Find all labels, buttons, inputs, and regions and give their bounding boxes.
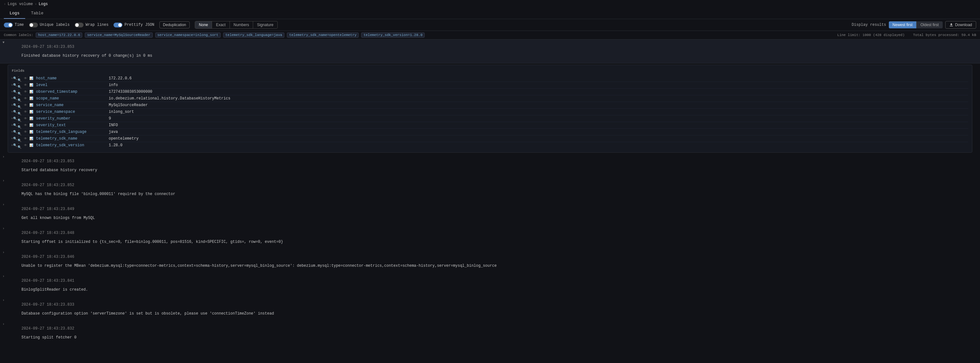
breadcrumb-chevron: ›	[4, 3, 6, 6]
field-eye-icon-1[interactable]: 👁	[23, 83, 28, 87]
field-icons-severity_text: +🔍 -🔍 👁 📊	[12, 123, 33, 127]
field-zoom-minus-icon-0[interactable]: -🔍	[18, 76, 22, 81]
field-eye-icon-5[interactable]: 👁	[23, 110, 28, 114]
field-zoom-plus-icon-2[interactable]: +🔍	[12, 89, 16, 94]
log-ts-7: 2024-09-27 18:43:23.832	[21, 326, 74, 331]
log-ts-5: 2024-09-27 18:43:23.841	[21, 279, 74, 283]
field-chart-icon-3[interactable]: 📊	[29, 96, 33, 101]
label-sdk-name[interactable]: telemetry_sdk_name=opentelemetry	[287, 32, 359, 38]
field-zoom-minus-icon-3[interactable]: -🔍	[18, 96, 22, 101]
expand-chevron-5[interactable]: ›	[3, 274, 8, 278]
field-eye-icon-8[interactable]: 👁	[23, 130, 28, 134]
field-zoom-plus-icon-1[interactable]: +🔍	[12, 83, 16, 87]
field-chart-icon-1[interactable]: 📊	[29, 83, 33, 87]
filter-exact-button[interactable]: Exact	[212, 21, 229, 29]
field-value-10: 1.28.0	[109, 143, 123, 148]
filter-signature-button[interactable]: Signature	[253, 21, 277, 29]
time-toggle[interactable]	[4, 22, 13, 27]
field-eye-icon-6[interactable]: 👁	[23, 116, 28, 121]
expand-chevron-3[interactable]: ›	[3, 226, 8, 231]
tab-table[interactable]: Table	[25, 8, 49, 19]
breadcrumb-parent[interactable]: Logs volume	[8, 2, 33, 6]
sort-newest-button[interactable]: Newest first	[889, 21, 916, 29]
log-content-area[interactable]: ▼ 2024-09-27 18:43:23.853 Finished datab…	[0, 40, 980, 347]
log-row-6[interactable]: › 2024-09-27 18:43:23.833 Database confi…	[0, 297, 980, 321]
expand-chevron-0[interactable]: ›	[3, 154, 8, 159]
field-chart-icon-6[interactable]: 📊	[29, 116, 33, 121]
field-chart-icon-2[interactable]: 📊	[29, 89, 33, 94]
field-zoom-minus-icon-7[interactable]: -🔍	[18, 123, 22, 127]
field-zoom-plus-icon-6[interactable]: +🔍	[12, 116, 16, 121]
field-zoom-minus-icon-8[interactable]: -🔍	[18, 130, 22, 134]
field-chart-icon-10[interactable]: 📊	[29, 143, 33, 148]
field-zoom-plus-icon-4[interactable]: +🔍	[12, 103, 16, 107]
expand-chevron-7[interactable]: ›	[3, 322, 8, 326]
field-zoom-plus-icon-5[interactable]: +🔍	[12, 110, 16, 114]
field-eye-icon-4[interactable]: 👁	[23, 103, 28, 107]
field-zoom-minus-icon-1[interactable]: -🔍	[18, 83, 22, 87]
filter-none-button[interactable]: None	[195, 21, 212, 29]
deduplication-button[interactable]: Deduplication	[159, 21, 190, 29]
field-zoom-minus-icon-9[interactable]: -🔍	[18, 136, 22, 141]
wrap-lines-toggle[interactable]	[75, 22, 84, 27]
field-chart-icon-8[interactable]: 📊	[29, 130, 33, 134]
label-sdk-version[interactable]: telemetry_sdk_version=1.28.0	[361, 32, 425, 38]
log-row-7[interactable]: › 2024-09-27 18:43:23.832 Starting split…	[0, 321, 980, 345]
field-zoom-plus-icon-9[interactable]: +🔍	[12, 136, 16, 141]
field-zoom-plus-icon-8[interactable]: +🔍	[12, 130, 16, 134]
log-msg-5: BinlogSplitReader is created.	[21, 287, 88, 292]
field-zoom-minus-icon-10[interactable]: -🔍	[18, 143, 22, 148]
field-zoom-minus-icon-5[interactable]: -🔍	[18, 110, 22, 114]
filter-numbers-button[interactable]: Numbers	[230, 21, 253, 29]
field-chart-icon-9[interactable]: 📊	[29, 136, 33, 141]
expand-chevron-4[interactable]: ›	[3, 250, 8, 254]
label-host-name[interactable]: host_name=172.22.0.6	[36, 32, 82, 38]
log-text-0: 2024-09-27 18:43:23.853 Started database…	[8, 154, 977, 177]
field-chart-icon-4[interactable]: 📊	[29, 103, 33, 107]
field-chart-icon-0[interactable]: 📊	[29, 76, 33, 81]
label-service-namespace[interactable]: service_namespace=inlong_sort	[155, 32, 221, 38]
field-chart-icon-7[interactable]: 📊	[29, 123, 33, 127]
field-value-7: INFO	[109, 123, 118, 127]
tab-logs[interactable]: Logs	[4, 8, 25, 19]
field-zoom-minus-icon-2[interactable]: -🔍	[18, 89, 22, 94]
field-zoom-plus-icon-0[interactable]: +🔍	[12, 76, 16, 81]
download-icon	[950, 23, 953, 27]
log-msg-6: Database configuration option 'serverTim…	[21, 311, 274, 316]
field-eye-icon-0[interactable]: 👁	[23, 76, 28, 81]
field-zoom-plus-icon-3[interactable]: +🔍	[12, 96, 16, 101]
log-row-0[interactable]: › 2024-09-27 18:43:23.853 Started databa…	[0, 154, 980, 178]
label-sdk-language[interactable]: telemetry_sdk_language=java	[223, 32, 284, 38]
log-row-1[interactable]: › 2024-09-27 18:43:23.852 MySQL has the …	[0, 178, 980, 202]
field-eye-icon-3[interactable]: 👁	[23, 96, 28, 101]
field-eye-icon-7[interactable]: 👁	[23, 123, 28, 127]
expand-chevron-2[interactable]: ›	[3, 202, 8, 207]
log-row-5[interactable]: › 2024-09-27 18:43:23.841 BinlogSplitRea…	[0, 274, 980, 297]
log-row-2[interactable]: › 2024-09-27 18:43:23.849 Get all known …	[0, 202, 980, 226]
expand-chevron-8[interactable]: ›	[3, 346, 8, 347]
unique-labels-toggle[interactable]	[29, 22, 38, 27]
field-value-9: opentelemetry	[109, 136, 139, 141]
field-zoom-minus-icon-6[interactable]: -🔍	[18, 116, 22, 121]
field-eye-icon-2[interactable]: 👁	[23, 89, 28, 94]
field-name-0: host_name	[36, 76, 106, 81]
field-zoom-plus-icon-10[interactable]: +🔍	[12, 143, 16, 148]
prettify-json-toggle[interactable]	[113, 22, 123, 27]
field-zoom-minus-icon-4[interactable]: -🔍	[18, 103, 22, 107]
log-row-expanded[interactable]: ▼ 2024-09-27 18:43:23.853 Finished datab…	[0, 40, 980, 64]
field-chart-icon-5[interactable]: 📊	[29, 110, 33, 114]
field-eye-icon-9[interactable]: 👁	[23, 136, 28, 141]
log-row-4[interactable]: › 2024-09-27 18:43:23.846 Unable to regi…	[0, 250, 980, 274]
field-row-scope_name: +🔍 -🔍 👁 📊 scope_name io.debezium.relatio…	[12, 95, 968, 102]
field-eye-icon-10[interactable]: 👁	[23, 143, 28, 148]
log-row-8[interactable]: › 2024-09-27 18:43:23.829 Adding split(s…	[0, 345, 980, 347]
label-service-name[interactable]: service_name=MySqlSourceReader	[85, 32, 153, 38]
toolbar-right: Display results Newest first Oldest firs…	[852, 21, 976, 29]
log-row-3[interactable]: › 2024-09-27 18:43:23.848 Starting offse…	[0, 226, 980, 250]
field-zoom-plus-icon-7[interactable]: +🔍	[12, 123, 16, 127]
expand-chevron-6[interactable]: ›	[3, 298, 8, 302]
download-button[interactable]: Download	[945, 21, 976, 29]
expand-chevron-1[interactable]: ›	[3, 178, 8, 183]
expand-chevron-expanded[interactable]: ▼	[3, 40, 8, 44]
sort-oldest-button[interactable]: Oldest first	[916, 21, 942, 29]
